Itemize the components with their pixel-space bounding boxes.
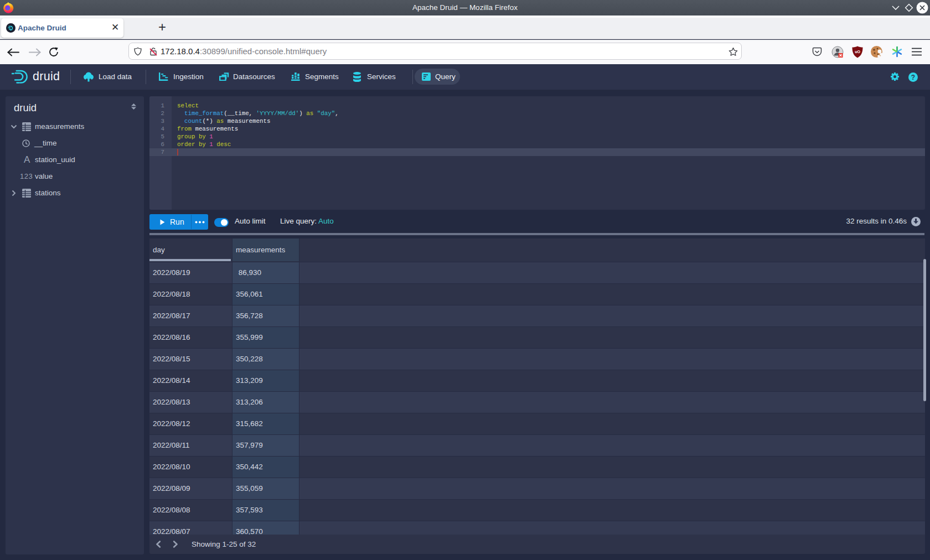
svg-text:uO: uO bbox=[855, 50, 860, 54]
svg-text:?: ? bbox=[911, 74, 915, 81]
